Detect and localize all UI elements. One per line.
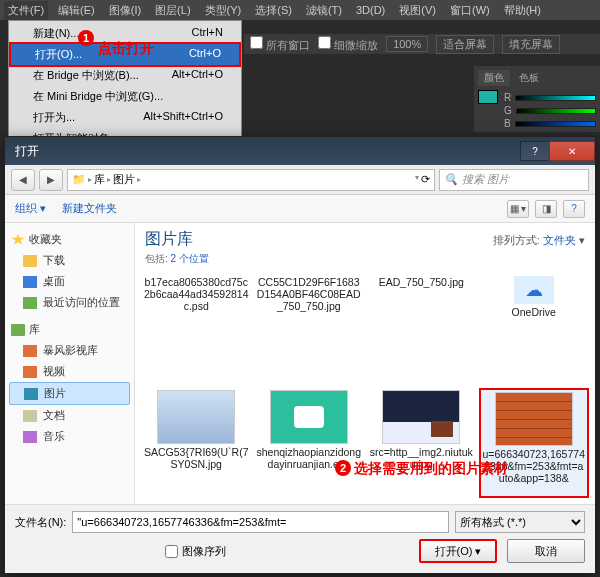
filetype-select[interactable]: 所有格式 (*.*) <box>455 511 585 533</box>
sidebar-item-recent[interactable]: 最近访问的位置 <box>9 292 130 313</box>
file-item[interactable]: b17eca8065380cd75c2b6caa44ad34592814c.ps… <box>141 274 252 384</box>
slider-g[interactable] <box>516 108 596 114</box>
menu-edit[interactable]: 编辑(E) <box>54 1 99 20</box>
menu-image[interactable]: 图像(I) <box>105 1 145 20</box>
sidebar-item-downloads[interactable]: 下载 <box>9 250 130 271</box>
search-input[interactable]: 🔍 搜索 图片 <box>439 169 589 191</box>
channel-g-label: G <box>504 105 512 116</box>
opt-zoom-pct[interactable]: 100% <box>386 36 428 52</box>
open-file-dialog: 打开 ? ✕ ◀ ▶ 📁▸ 库▸ 图片▸ ▾⟳ 🔍 搜索 图片 组织 ▾ 新建文… <box>4 136 596 574</box>
opt-fit-screen[interactable]: 适合屏幕 <box>436 35 494 54</box>
window-close-icon[interactable]: ✕ <box>549 141 595 161</box>
search-placeholder: 搜索 图片 <box>462 172 509 187</box>
nav-back-icon[interactable]: ◀ <box>11 169 35 191</box>
menu-type[interactable]: 类型(Y) <box>201 1 246 20</box>
recent-icon <box>23 297 37 309</box>
refresh-icon[interactable]: ⟳ <box>421 173 430 186</box>
menu-file[interactable]: 文件(F) <box>4 1 48 20</box>
library-title: 图片库 <box>145 229 193 250</box>
file-item[interactable]: src=http__img2.niutuku.jpg <box>366 388 477 498</box>
sidebar-item-documents[interactable]: 文档 <box>9 405 130 426</box>
preview-pane-icon[interactable]: ◨ <box>535 200 557 218</box>
menu-item-browse-minibridge[interactable]: 在 Mini Bridge 中浏览(G)... <box>9 86 241 107</box>
desktop-icon <box>23 276 37 288</box>
open-button[interactable]: 打开(O) ▾ <box>419 539 497 563</box>
foreground-swatch[interactable] <box>478 90 498 104</box>
annotation-badge-1: 1 <box>78 30 94 46</box>
file-item[interactable]: SACG53{7RI69(U`R(7SY0SN.jpg <box>141 388 252 498</box>
image-sequence-checkbox[interactable]: 图像序列 <box>165 544 226 559</box>
sidebar-item-pictures[interactable]: 图片 <box>9 382 130 405</box>
menu-item-open-as[interactable]: 打开为...Alt+Shift+Ctrl+O <box>9 107 241 128</box>
filename-input[interactable] <box>72 511 449 533</box>
dialog-sidebar: 收藏夹 下载 桌面 最近访问的位置 库 暴风影视库 视频 图片 文档 音乐 <box>5 223 135 504</box>
file-item[interactable]: shenqizhaopianzidongdayinruanjian.exe <box>254 388 365 498</box>
dialog-toolbar: 组织 ▾ 新建文件夹 ▦ ▾ ◨ ? <box>5 195 595 223</box>
library-subtitle: 包括: 2 个位置 <box>135 252 595 270</box>
sidebar-item-stormvideo[interactable]: 暴风影视库 <box>9 340 130 361</box>
annotation-text-1: 点击打开 <box>98 40 154 58</box>
annotation-badge-2: 2 <box>335 460 351 476</box>
view-mode-icon[interactable]: ▦ ▾ <box>507 200 529 218</box>
cloud-icon: ☁ <box>514 276 554 304</box>
sidebar-item-videos[interactable]: 视频 <box>9 361 130 382</box>
slider-b[interactable] <box>515 121 596 127</box>
folder-icon: 📁 <box>72 173 86 186</box>
menu-layer[interactable]: 图层(L) <box>151 1 194 20</box>
menu-help[interactable]: 帮助(H) <box>500 1 545 20</box>
library-locations-link[interactable]: 2 个位置 <box>171 253 209 264</box>
channel-r-label: R <box>504 92 511 103</box>
thumbnail <box>495 392 573 446</box>
toolbar-organize[interactable]: 组织 ▾ <box>15 201 46 216</box>
slider-r[interactable] <box>515 95 596 101</box>
video-icon <box>23 345 37 357</box>
thumbnail <box>382 390 460 444</box>
menu-select[interactable]: 选择(S) <box>251 1 296 20</box>
crumb-pictures[interactable]: 图片 <box>113 172 135 187</box>
thumbnail <box>270 390 348 444</box>
window-help-icon[interactable]: ? <box>520 141 550 161</box>
opt-arrange[interactable]: 所有窗口 <box>250 36 310 53</box>
library-icon <box>11 324 25 336</box>
file-item-selected[interactable]: u=666340723,1657746336&fm=253&fmt=auto&a… <box>479 388 590 498</box>
file-item[interactable]: EAD_750_750.jpg <box>366 274 477 384</box>
sort-control[interactable]: 排列方式: 文件夹 ▾ <box>493 233 585 248</box>
opt-scrubzoom[interactable]: 细微缩放 <box>318 36 378 53</box>
filename-label: 文件名(N): <box>15 515 66 530</box>
opt-fill-screen[interactable]: 填充屏幕 <box>502 35 560 54</box>
document-icon <box>23 410 37 422</box>
sidebar-libraries[interactable]: 库 <box>9 319 130 340</box>
folder-icon <box>23 255 37 267</box>
toolbar-new-folder[interactable]: 新建文件夹 <box>62 201 117 216</box>
ps-options-bar: 所有窗口 细微缩放 100% 适合屏幕 填充屏幕 <box>244 34 600 54</box>
sidebar-item-music[interactable]: 音乐 <box>9 426 130 447</box>
crumb-lib[interactable]: 库 <box>94 172 105 187</box>
help-icon[interactable]: ? <box>563 200 585 218</box>
nav-fwd-icon[interactable]: ▶ <box>39 169 63 191</box>
annotation-text-2: 选择需要用到的图片素材 <box>354 460 508 478</box>
menu-filter[interactable]: 滤镜(T) <box>302 1 346 20</box>
file-item-onedrive[interactable]: ☁OneDrive <box>479 274 590 384</box>
channel-b-label: B <box>504 118 511 129</box>
breadcrumb[interactable]: 📁▸ 库▸ 图片▸ ▾⟳ <box>67 169 435 191</box>
sidebar-item-desktop[interactable]: 桌面 <box>9 271 130 292</box>
dialog-title: 打开 <box>15 143 39 160</box>
tab-color[interactable]: 颜色 <box>478 70 510 86</box>
music-icon <box>23 431 37 443</box>
star-icon <box>11 234 25 246</box>
ps-color-panel: 颜色 色板 R G B <box>474 66 600 132</box>
dialog-nav: ◀ ▶ 📁▸ 库▸ 图片▸ ▾⟳ 🔍 搜索 图片 <box>5 165 595 195</box>
search-icon: 🔍 <box>444 173 458 186</box>
file-item[interactable]: CC55C1D29F6F1683D154A0BF46C08EAD_750_750… <box>254 274 365 384</box>
cancel-button[interactable]: 取消 <box>507 539 585 563</box>
thumbnail <box>157 390 235 444</box>
menu-item-browse-bridge[interactable]: 在 Bridge 中浏览(B)...Alt+Ctrl+O <box>9 65 241 86</box>
menu-window[interactable]: 窗口(W) <box>446 1 494 20</box>
sidebar-favorites[interactable]: 收藏夹 <box>9 229 130 250</box>
video-icon <box>23 366 37 378</box>
dialog-bottom: 文件名(N): 所有格式 (*.*) 图像序列 打开(O) ▾ 取消 <box>5 504 595 573</box>
ps-menubar[interactable]: 文件(F) 编辑(E) 图像(I) 图层(L) 类型(Y) 选择(S) 滤镜(T… <box>0 0 600 20</box>
tab-swatches[interactable]: 色板 <box>513 70 545 86</box>
menu-3d[interactable]: 3D(D) <box>352 2 389 18</box>
menu-view[interactable]: 视图(V) <box>395 1 440 20</box>
